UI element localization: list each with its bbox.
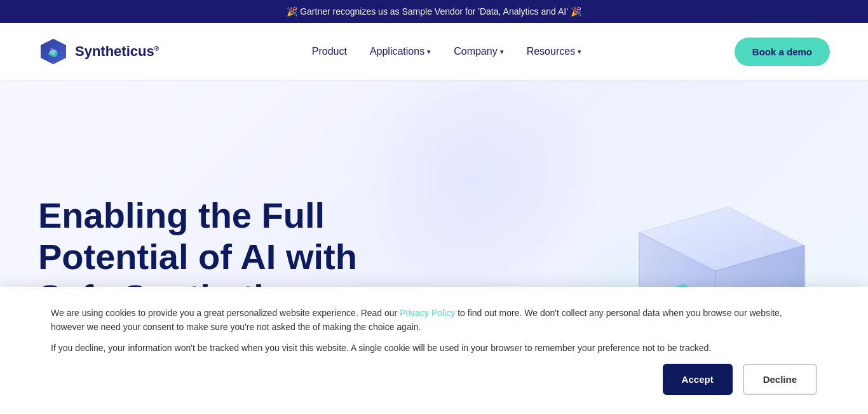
main-nav: Product Applications ▾ Company ▾ Resourc… [312, 46, 581, 57]
logo-link[interactable]: Syntheticus® [38, 36, 159, 67]
nav-applications[interactable]: Applications ▾ [370, 46, 431, 57]
nav-resources[interactable]: Resources ▾ [527, 46, 581, 57]
header: Syntheticus® Product Applications ▾ Comp… [0, 23, 868, 80]
accept-button[interactable]: Accept [663, 364, 733, 395]
logo-text: Syntheticus® [75, 43, 159, 60]
cookie-paragraph-2: If you decline, your information won't b… [51, 341, 817, 355]
book-demo-button[interactable]: Book a demo [735, 38, 830, 66]
decline-button[interactable]: Decline [743, 364, 817, 395]
company-chevron-icon: ▾ [500, 48, 504, 56]
nav-product[interactable]: Product [312, 46, 347, 57]
top-banner: 🎉 Gartner recognizes us as Sample Vendor… [0, 0, 868, 23]
cookie-text: We are using cookies to provide you a gr… [51, 306, 817, 355]
cookie-buttons: Accept Decline [51, 364, 817, 395]
privacy-policy-link[interactable]: Privacy Policy [400, 308, 455, 318]
resources-chevron-icon: ▾ [578, 48, 581, 56]
logo-icon [38, 36, 69, 67]
cookie-paragraph-1: We are using cookies to provide you a gr… [51, 306, 817, 335]
nav-company[interactable]: Company ▾ [454, 46, 503, 57]
cookie-banner: We are using cookies to provide you a gr… [0, 287, 868, 414]
applications-chevron-icon: ▾ [427, 48, 431, 56]
banner-text: 🎉 Gartner recognizes us as Sample Vendor… [287, 6, 581, 17]
